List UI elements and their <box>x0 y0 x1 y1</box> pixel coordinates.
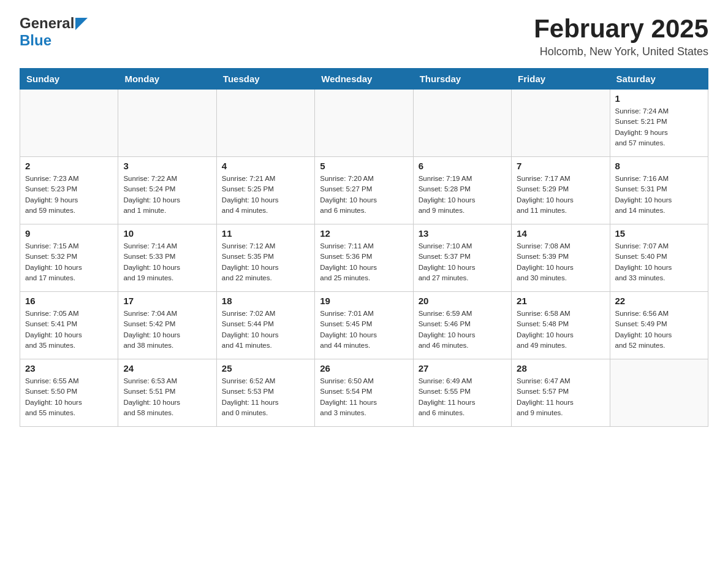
day-number: 10 <box>123 228 211 239</box>
calendar-cell: 8Sunrise: 7:16 AM Sunset: 5:31 PM Daylig… <box>610 157 708 224</box>
day-number: 14 <box>517 228 604 239</box>
calendar-cell: 15Sunrise: 7:07 AM Sunset: 5:40 PM Dayli… <box>610 224 708 292</box>
day-info: Sunrise: 6:55 AM Sunset: 5:50 PM Dayligh… <box>25 376 113 418</box>
calendar-cell: 25Sunrise: 6:52 AM Sunset: 5:53 PM Dayli… <box>216 359 314 427</box>
calendar-week-row: 9Sunrise: 7:15 AM Sunset: 5:32 PM Daylig… <box>20 224 708 292</box>
day-number: 11 <box>222 228 309 239</box>
day-number: 5 <box>320 161 408 171</box>
day-info: Sunrise: 7:07 AM Sunset: 5:40 PM Dayligh… <box>615 241 703 283</box>
day-number: 16 <box>25 296 113 306</box>
weekday-header-wednesday: Wednesday <box>315 69 413 90</box>
weekday-header-sunday: Sunday <box>20 69 118 90</box>
calendar-cell: 10Sunrise: 7:14 AM Sunset: 5:33 PM Dayli… <box>118 224 216 292</box>
day-number: 3 <box>123 161 211 171</box>
calendar-cell: 23Sunrise: 6:55 AM Sunset: 5:50 PM Dayli… <box>20 359 118 427</box>
day-info: Sunrise: 6:59 AM Sunset: 5:46 PM Dayligh… <box>419 308 506 351</box>
day-info: Sunrise: 7:23 AM Sunset: 5:23 PM Dayligh… <box>25 174 113 216</box>
calendar-week-row: 1Sunrise: 7:24 AM Sunset: 5:21 PM Daylig… <box>20 90 708 157</box>
day-number: 6 <box>419 161 506 171</box>
weekday-header-saturday: Saturday <box>610 69 708 90</box>
day-number: 12 <box>320 228 408 239</box>
calendar-week-row: 16Sunrise: 7:05 AM Sunset: 5:41 PM Dayli… <box>20 292 708 359</box>
calendar-cell: 17Sunrise: 7:04 AM Sunset: 5:42 PM Dayli… <box>118 292 216 359</box>
calendar-week-row: 2Sunrise: 7:23 AM Sunset: 5:23 PM Daylig… <box>20 157 708 224</box>
page-header: General Blue February 2025 Holcomb, New … <box>20 15 708 58</box>
calendar-cell <box>20 90 118 157</box>
day-number: 13 <box>419 228 506 239</box>
day-number: 24 <box>123 363 211 373</box>
day-info: Sunrise: 7:24 AM Sunset: 5:21 PM Dayligh… <box>615 106 703 148</box>
calendar-header-row: SundayMondayTuesdayWednesdayThursdayFrid… <box>20 69 708 90</box>
day-info: Sunrise: 7:17 AM Sunset: 5:29 PM Dayligh… <box>517 174 604 216</box>
calendar-cell: 2Sunrise: 7:23 AM Sunset: 5:23 PM Daylig… <box>20 157 118 224</box>
day-info: Sunrise: 7:10 AM Sunset: 5:37 PM Dayligh… <box>419 241 506 283</box>
calendar-cell <box>118 90 216 157</box>
day-info: Sunrise: 6:53 AM Sunset: 5:51 PM Dayligh… <box>123 376 211 418</box>
weekday-header-monday: Monday <box>118 69 216 90</box>
calendar-cell: 16Sunrise: 7:05 AM Sunset: 5:41 PM Dayli… <box>20 292 118 359</box>
calendar-cell: 9Sunrise: 7:15 AM Sunset: 5:32 PM Daylig… <box>20 224 118 292</box>
day-info: Sunrise: 6:49 AM Sunset: 5:55 PM Dayligh… <box>419 376 506 418</box>
calendar-cell <box>512 90 610 157</box>
calendar-cell: 7Sunrise: 7:17 AM Sunset: 5:29 PM Daylig… <box>512 157 610 224</box>
calendar-cell: 11Sunrise: 7:12 AM Sunset: 5:35 PM Dayli… <box>216 224 314 292</box>
day-number: 21 <box>517 296 604 306</box>
day-info: Sunrise: 6:56 AM Sunset: 5:49 PM Dayligh… <box>615 308 703 351</box>
day-info: Sunrise: 7:19 AM Sunset: 5:28 PM Dayligh… <box>419 174 506 216</box>
day-info: Sunrise: 7:05 AM Sunset: 5:41 PM Dayligh… <box>25 308 113 351</box>
day-info: Sunrise: 7:01 AM Sunset: 5:45 PM Dayligh… <box>320 308 408 351</box>
calendar-cell <box>315 90 413 157</box>
location-title: Holcomb, New York, United States <box>534 45 708 58</box>
day-info: Sunrise: 7:21 AM Sunset: 5:25 PM Dayligh… <box>222 174 309 216</box>
weekday-header-thursday: Thursday <box>413 69 511 90</box>
day-number: 4 <box>222 161 309 171</box>
svg-marker-0 <box>75 18 88 30</box>
day-number: 26 <box>320 363 408 373</box>
day-number: 27 <box>419 363 506 373</box>
day-info: Sunrise: 7:20 AM Sunset: 5:27 PM Dayligh… <box>320 174 408 216</box>
weekday-header-tuesday: Tuesday <box>216 69 314 90</box>
calendar-cell: 19Sunrise: 7:01 AM Sunset: 5:45 PM Dayli… <box>315 292 413 359</box>
title-section: February 2025 Holcomb, New York, United … <box>534 15 708 58</box>
calendar-cell: 20Sunrise: 6:59 AM Sunset: 5:46 PM Dayli… <box>413 292 511 359</box>
calendar-cell: 27Sunrise: 6:49 AM Sunset: 5:55 PM Dayli… <box>413 359 511 427</box>
calendar-cell <box>216 90 314 157</box>
day-info: Sunrise: 6:58 AM Sunset: 5:48 PM Dayligh… <box>517 308 604 351</box>
day-number: 23 <box>25 363 113 373</box>
day-info: Sunrise: 6:52 AM Sunset: 5:53 PM Dayligh… <box>222 376 309 418</box>
day-info: Sunrise: 7:12 AM Sunset: 5:35 PM Dayligh… <box>222 241 309 283</box>
calendar-table: SundayMondayTuesdayWednesdayThursdayFrid… <box>20 68 708 427</box>
logo-triangle-icon <box>75 18 88 30</box>
calendar-cell: 13Sunrise: 7:10 AM Sunset: 5:37 PM Dayli… <box>413 224 511 292</box>
calendar-cell: 14Sunrise: 7:08 AM Sunset: 5:39 PM Dayli… <box>512 224 610 292</box>
calendar-cell: 22Sunrise: 6:56 AM Sunset: 5:49 PM Dayli… <box>610 292 708 359</box>
calendar-cell: 21Sunrise: 6:58 AM Sunset: 5:48 PM Dayli… <box>512 292 610 359</box>
calendar-cell: 24Sunrise: 6:53 AM Sunset: 5:51 PM Dayli… <box>118 359 216 427</box>
day-number: 1 <box>615 93 703 104</box>
day-info: Sunrise: 7:15 AM Sunset: 5:32 PM Dayligh… <box>25 241 113 283</box>
calendar-cell: 5Sunrise: 7:20 AM Sunset: 5:27 PM Daylig… <box>315 157 413 224</box>
day-number: 19 <box>320 296 408 306</box>
logo-blue-text: Blue <box>20 32 51 48</box>
day-number: 8 <box>615 161 703 171</box>
calendar-cell: 26Sunrise: 6:50 AM Sunset: 5:54 PM Dayli… <box>315 359 413 427</box>
calendar-cell: 4Sunrise: 7:21 AM Sunset: 5:25 PM Daylig… <box>216 157 314 224</box>
month-title: February 2025 <box>534 15 708 43</box>
logo: General Blue <box>20 15 88 49</box>
day-info: Sunrise: 7:08 AM Sunset: 5:39 PM Dayligh… <box>517 241 604 283</box>
day-info: Sunrise: 7:22 AM Sunset: 5:24 PM Dayligh… <box>123 174 211 216</box>
calendar-cell: 1Sunrise: 7:24 AM Sunset: 5:21 PM Daylig… <box>610 90 708 157</box>
day-info: Sunrise: 6:47 AM Sunset: 5:57 PM Dayligh… <box>517 376 604 418</box>
day-number: 17 <box>123 296 211 306</box>
day-number: 25 <box>222 363 309 373</box>
calendar-cell: 12Sunrise: 7:11 AM Sunset: 5:36 PM Dayli… <box>315 224 413 292</box>
day-number: 15 <box>615 228 703 239</box>
day-number: 18 <box>222 296 309 306</box>
weekday-header-friday: Friday <box>512 69 610 90</box>
calendar-cell <box>610 359 708 427</box>
day-number: 22 <box>615 296 703 306</box>
day-number: 20 <box>419 296 506 306</box>
day-info: Sunrise: 7:14 AM Sunset: 5:33 PM Dayligh… <box>123 241 211 283</box>
calendar-cell: 18Sunrise: 7:02 AM Sunset: 5:44 PM Dayli… <box>216 292 314 359</box>
calendar-cell <box>413 90 511 157</box>
